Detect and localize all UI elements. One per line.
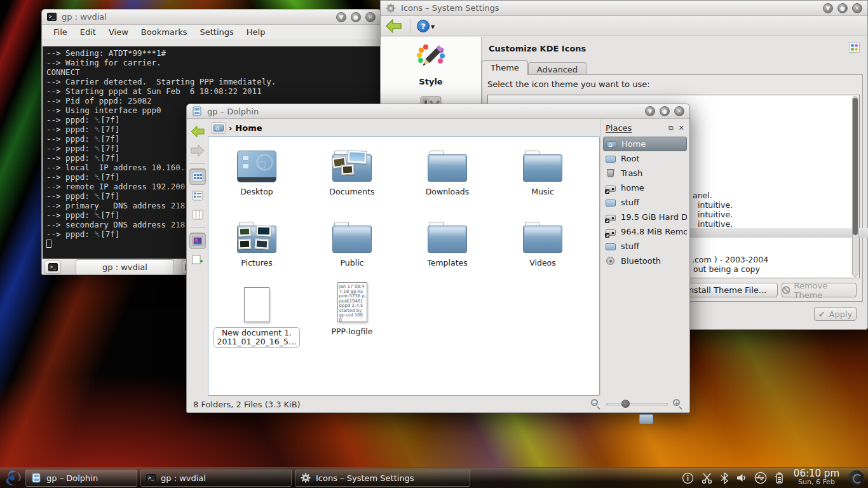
close-button[interactable]: ✕ — [365, 12, 376, 22]
terminal-line: --> Carrier detected. Starting PPP immed… — [46, 77, 376, 86]
preview-toggle-button[interactable] — [189, 233, 206, 249]
menu-edit[interactable]: Edit — [80, 27, 96, 37]
settings-titlebar[interactable]: Icons – System Settings ▼ ● ✕ — [381, 1, 867, 16]
style-icon — [416, 42, 446, 72]
info-icon[interactable] — [682, 472, 694, 484]
place-hard-drive[interactable]: 19.5 GiB Hard Drive — [603, 210, 687, 224]
place-trash[interactable]: Trash — [603, 166, 687, 180]
back-button[interactable] — [189, 123, 207, 140]
dolphin-icon — [31, 473, 41, 483]
minimize-button[interactable]: ▼ — [645, 106, 655, 116]
folder-item[interactable]: Downloads — [400, 146, 495, 197]
remove-theme-button[interactable]: Remove Theme — [782, 283, 857, 297]
place-root[interactable]: Root — [603, 151, 687, 166]
item-label: Downloads — [426, 187, 470, 196]
zoom-in-icon[interactable]: + — [673, 399, 683, 409]
details-view-button[interactable] — [189, 187, 206, 204]
close-button[interactable]: ✕ — [674, 106, 684, 116]
tab-advanced[interactable]: Advanced — [528, 62, 587, 75]
zoom-out-icon[interactable]: − — [591, 399, 601, 409]
new-tab-button[interactable]: >_ — [44, 261, 61, 274]
folder-item[interactable]: Documents — [304, 146, 400, 197]
menu-bookmarks[interactable]: Bookmarks — [141, 27, 187, 37]
item-label: Videos — [529, 259, 556, 268]
minimize-button[interactable]: ▼ — [336, 12, 346, 22]
item-label: Pictures — [241, 259, 273, 268]
terminal-icon: >_ — [48, 263, 58, 271]
terminal-line: --> Waiting for carrier. — [46, 58, 376, 67]
place-bluetooth[interactable]: Bluetooth — [603, 254, 687, 268]
drive-icon — [606, 227, 616, 237]
folder-item[interactable]: Public — [304, 217, 400, 268]
close-panel-icon[interactable]: ✕ — [679, 124, 684, 132]
scrollbar-thumb[interactable] — [853, 98, 858, 235]
breadcrumb-home[interactable]: Home — [235, 123, 262, 133]
app-launcher-icon[interactable] — [3, 468, 22, 487]
task-system-settings[interactable]: Icons – System Settings — [295, 470, 470, 487]
theme-list-text: intuitive. — [698, 210, 733, 219]
tab-theme[interactable]: Theme — [482, 60, 528, 75]
folder-icon — [428, 151, 467, 182]
icon-sizes-grid-icon[interactable] — [849, 42, 860, 53]
folder-icon — [523, 151, 562, 182]
terminal-tab-label: gp : wvdial — [102, 262, 147, 272]
split-view-button[interactable] — [189, 252, 206, 268]
maximize-button[interactable]: ● — [837, 3, 848, 13]
folder-item[interactable]: Desktop — [209, 146, 304, 197]
terminal-tab[interactable]: gp : wvdial — [76, 259, 174, 274]
file-item[interactable]: Jan 17 09:47:18 gp-Aspire-5738 pppd[1946… — [304, 278, 400, 337]
folder-item[interactable]: Pictures — [209, 217, 304, 268]
volume-icon[interactable] — [736, 472, 747, 484]
zoom-slider-handle[interactable] — [621, 400, 630, 408]
settings-tabs: Theme Advanced — [482, 60, 587, 75]
help-button[interactable]: ? ▼ — [417, 20, 435, 32]
task-dolphin[interactable]: gp – Dolphin — [25, 470, 137, 487]
place-removable[interactable]: 964.8 MiB Remov… — [603, 224, 687, 239]
columns-view-button[interactable] — [189, 207, 206, 223]
maximize-button[interactable]: ● — [660, 106, 670, 116]
klipper-scissors-icon[interactable] — [701, 472, 713, 484]
menu-file[interactable]: File — [53, 27, 67, 37]
terminal-titlebar[interactable]: >_ gp : wvdial ▼ ● ✕ — [42, 10, 381, 25]
place-stuff[interactable]: stuff — [603, 195, 687, 210]
panel-toolbox-icon[interactable] — [849, 470, 864, 485]
file-item-selected[interactable]: New document 1. 2011_01_20_16_5… — [209, 280, 304, 348]
task-label: gp – Dolphin — [46, 473, 98, 483]
maximize-button[interactable]: ● — [351, 12, 361, 22]
checkmark-icon: ✔ — [818, 309, 825, 319]
folder-item[interactable]: Templates — [400, 217, 495, 268]
minimize-button[interactable]: ▼ — [823, 3, 833, 13]
back-button[interactable] — [384, 18, 403, 34]
page-title: Customize KDE Icons — [489, 44, 586, 53]
menu-help[interactable]: Help — [247, 27, 266, 37]
dolphin-titlebar[interactable]: gp – Dolphin ▼ ● ✕ — [187, 104, 689, 119]
folder-item[interactable]: Music — [495, 146, 590, 197]
sidebar-item-style[interactable]: Style — [381, 37, 481, 86]
battery-icon[interactable] — [774, 471, 784, 484]
forward-button[interactable] — [189, 142, 207, 159]
scrollbar[interactable] — [852, 96, 858, 277]
folder-view[interactable]: Desktop Documents Downloads Music — [208, 136, 600, 396]
folder-with-pictures-icon — [237, 222, 276, 254]
breadcrumb-home-button[interactable]: ⌂ — [212, 122, 226, 134]
zoom-slider[interactable] — [606, 399, 668, 409]
place-home[interactable]: ⌂ Home — [603, 137, 687, 151]
menu-view[interactable]: View — [109, 27, 128, 37]
task-wvdial[interactable]: >_ gp : wvdial — [140, 470, 292, 487]
status-text: 8 Folders, 2 Files (3.3 KiB) — [193, 400, 301, 409]
clock-time: 06:10 pm — [794, 469, 839, 478]
icons-view-button[interactable] — [189, 168, 206, 185]
usb-device-icon[interactable] — [754, 471, 767, 484]
float-panel-icon[interactable]: ⧉ — [668, 124, 674, 132]
terminal-line: --> Starting pppd at Sun Feb 6 18:08:22 … — [46, 86, 376, 96]
desktop: >_ gp : wvdial ▼ ● ✕ File Edit View Book… — [0, 0, 868, 488]
place-stuff-2[interactable]: stuff — [603, 239, 687, 254]
clock[interactable]: 06:10 pm Sun, 6 Feb — [791, 469, 842, 487]
menu-settings[interactable]: Settings — [200, 27, 233, 37]
place-home-partition[interactable]: home — [603, 180, 687, 195]
bluetooth-icon[interactable] — [720, 472, 729, 484]
item-label: Templates — [427, 259, 468, 268]
close-button[interactable]: ✕ — [852, 3, 862, 13]
folder-item[interactable]: Videos — [495, 217, 590, 268]
apply-button[interactable]: ✔ Apply — [814, 307, 857, 321]
